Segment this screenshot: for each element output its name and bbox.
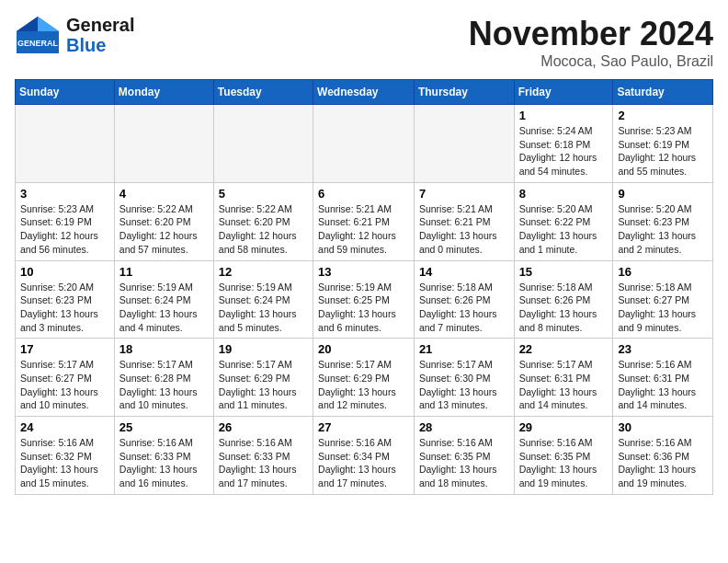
day-info: Sunrise: 5:16 AMSunset: 6:34 PMDaylight:… bbox=[318, 436, 409, 490]
day-info: Sunrise: 5:23 AMSunset: 6:19 PMDaylight:… bbox=[20, 202, 109, 257]
day-info: Sunrise: 5:16 AMSunset: 6:33 PMDaylight:… bbox=[119, 436, 209, 490]
weekday-header-monday: Monday bbox=[114, 80, 213, 105]
day-number: 10 bbox=[20, 265, 109, 279]
week-row-2: 3Sunrise: 5:23 AMSunset: 6:19 PMDaylight… bbox=[16, 182, 713, 260]
day-number: 29 bbox=[519, 420, 609, 434]
day-number: 1 bbox=[519, 109, 609, 122]
weekday-header-wednesday: Wednesday bbox=[313, 80, 415, 105]
calendar-cell bbox=[114, 105, 213, 183]
calendar-cell: 12Sunrise: 5:19 AMSunset: 6:24 PMDayligh… bbox=[213, 260, 313, 339]
calendar-cell: 15Sunrise: 5:18 AMSunset: 6:26 PMDayligh… bbox=[514, 260, 613, 339]
weekday-header-sunday: Sunday bbox=[16, 80, 115, 105]
weekday-header-thursday: Thursday bbox=[414, 80, 514, 105]
logo-icon: GENERAL bbox=[15, 15, 61, 55]
svg-marker-1 bbox=[38, 17, 59, 31]
day-info: Sunrise: 5:18 AMSunset: 6:26 PMDaylight:… bbox=[519, 281, 609, 335]
week-row-3: 10Sunrise: 5:20 AMSunset: 6:23 PMDayligh… bbox=[16, 260, 713, 339]
calendar-cell: 14Sunrise: 5:18 AMSunset: 6:26 PMDayligh… bbox=[414, 260, 514, 339]
day-number: 4 bbox=[119, 187, 209, 201]
day-info: Sunrise: 5:16 AMSunset: 6:31 PMDaylight:… bbox=[618, 358, 708, 412]
day-info: Sunrise: 5:21 AMSunset: 6:21 PMDaylight:… bbox=[318, 202, 409, 257]
day-number: 11 bbox=[119, 265, 209, 279]
calendar-cell: 24Sunrise: 5:16 AMSunset: 6:32 PMDayligh… bbox=[16, 417, 115, 495]
calendar-cell: 4Sunrise: 5:22 AMSunset: 6:20 PMDaylight… bbox=[114, 182, 213, 260]
day-number: 20 bbox=[318, 342, 409, 356]
calendar-cell: 10Sunrise: 5:20 AMSunset: 6:23 PMDayligh… bbox=[16, 260, 115, 339]
day-info: Sunrise: 5:22 AMSunset: 6:20 PMDaylight:… bbox=[219, 202, 308, 257]
calendar-cell: 2Sunrise: 5:23 AMSunset: 6:19 PMDaylight… bbox=[613, 105, 713, 183]
calendar-cell: 25Sunrise: 5:16 AMSunset: 6:33 PMDayligh… bbox=[114, 417, 213, 495]
month-title: November 2024 bbox=[469, 15, 713, 53]
day-number: 19 bbox=[219, 342, 308, 356]
day-number: 15 bbox=[519, 265, 609, 279]
day-number: 30 bbox=[618, 420, 708, 434]
calendar-cell: 3Sunrise: 5:23 AMSunset: 6:19 PMDaylight… bbox=[16, 182, 115, 260]
week-row-4: 17Sunrise: 5:17 AMSunset: 6:27 PMDayligh… bbox=[16, 339, 713, 417]
day-info: Sunrise: 5:18 AMSunset: 6:26 PMDaylight:… bbox=[419, 281, 509, 335]
day-number: 17 bbox=[20, 342, 109, 356]
calendar-cell: 5Sunrise: 5:22 AMSunset: 6:20 PMDaylight… bbox=[213, 182, 313, 260]
day-number: 16 bbox=[618, 265, 708, 279]
day-number: 24 bbox=[20, 420, 109, 434]
day-number: 23 bbox=[618, 342, 708, 356]
day-info: Sunrise: 5:19 AMSunset: 6:24 PMDaylight:… bbox=[119, 281, 209, 335]
calendar-cell: 28Sunrise: 5:16 AMSunset: 6:35 PMDayligh… bbox=[414, 417, 514, 495]
day-number: 21 bbox=[419, 342, 509, 356]
day-info: Sunrise: 5:17 AMSunset: 6:31 PMDaylight:… bbox=[519, 358, 609, 412]
calendar-cell: 8Sunrise: 5:20 AMSunset: 6:22 PMDaylight… bbox=[514, 182, 613, 260]
calendar-cell: 30Sunrise: 5:16 AMSunset: 6:36 PMDayligh… bbox=[613, 417, 713, 495]
logo-general: General bbox=[66, 15, 134, 35]
calendar-cell: 21Sunrise: 5:17 AMSunset: 6:30 PMDayligh… bbox=[414, 339, 514, 417]
day-info: Sunrise: 5:16 AMSunset: 6:32 PMDaylight:… bbox=[20, 436, 109, 490]
day-number: 26 bbox=[219, 420, 308, 434]
week-row-5: 24Sunrise: 5:16 AMSunset: 6:32 PMDayligh… bbox=[16, 417, 713, 495]
day-info: Sunrise: 5:16 AMSunset: 6:33 PMDaylight:… bbox=[219, 436, 308, 490]
logo-blue: Blue bbox=[66, 35, 134, 55]
logo: GENERAL General Blue bbox=[15, 15, 134, 55]
calendar-cell bbox=[213, 105, 313, 183]
day-info: Sunrise: 5:21 AMSunset: 6:21 PMDaylight:… bbox=[419, 202, 509, 257]
calendar-cell: 19Sunrise: 5:17 AMSunset: 6:29 PMDayligh… bbox=[213, 339, 313, 417]
calendar-cell: 26Sunrise: 5:16 AMSunset: 6:33 PMDayligh… bbox=[213, 417, 313, 495]
week-row-1: 1Sunrise: 5:24 AMSunset: 6:18 PMDaylight… bbox=[16, 105, 713, 183]
calendar-cell bbox=[414, 105, 514, 183]
svg-marker-2 bbox=[17, 17, 38, 31]
day-number: 13 bbox=[318, 265, 409, 279]
calendar-cell: 22Sunrise: 5:17 AMSunset: 6:31 PMDayligh… bbox=[514, 339, 613, 417]
day-info: Sunrise: 5:16 AMSunset: 6:35 PMDaylight:… bbox=[419, 436, 509, 490]
calendar-cell: 13Sunrise: 5:19 AMSunset: 6:25 PMDayligh… bbox=[313, 260, 415, 339]
calendar-cell: 29Sunrise: 5:16 AMSunset: 6:35 PMDayligh… bbox=[514, 417, 613, 495]
day-info: Sunrise: 5:24 AMSunset: 6:18 PMDaylight:… bbox=[519, 124, 609, 178]
day-number: 3 bbox=[20, 187, 109, 201]
calendar-cell: 23Sunrise: 5:16 AMSunset: 6:31 PMDayligh… bbox=[613, 339, 713, 417]
weekday-header-tuesday: Tuesday bbox=[213, 80, 313, 105]
calendar-cell bbox=[313, 105, 415, 183]
calendar-cell: 18Sunrise: 5:17 AMSunset: 6:28 PMDayligh… bbox=[114, 339, 213, 417]
day-info: Sunrise: 5:22 AMSunset: 6:20 PMDaylight:… bbox=[119, 202, 209, 257]
day-number: 28 bbox=[419, 420, 509, 434]
header: GENERAL General Blue November 2024 Mococ… bbox=[15, 15, 713, 70]
day-number: 5 bbox=[219, 187, 308, 201]
day-info: Sunrise: 5:20 AMSunset: 6:23 PMDaylight:… bbox=[618, 202, 708, 257]
calendar-cell: 1Sunrise: 5:24 AMSunset: 6:18 PMDaylight… bbox=[514, 105, 613, 183]
day-number: 27 bbox=[318, 420, 409, 434]
day-info: Sunrise: 5:16 AMSunset: 6:36 PMDaylight:… bbox=[618, 436, 708, 490]
logo-text: General Blue bbox=[66, 15, 134, 55]
weekday-header-row: SundayMondayTuesdayWednesdayThursdayFrid… bbox=[16, 80, 713, 105]
day-number: 8 bbox=[519, 187, 609, 201]
day-info: Sunrise: 5:17 AMSunset: 6:28 PMDaylight:… bbox=[119, 358, 209, 412]
day-number: 18 bbox=[119, 342, 209, 356]
calendar-cell: 9Sunrise: 5:20 AMSunset: 6:23 PMDaylight… bbox=[613, 182, 713, 260]
day-number: 6 bbox=[318, 187, 409, 201]
title-area: November 2024 Mococa, Sao Paulo, Brazil bbox=[469, 15, 713, 70]
location: Mococa, Sao Paulo, Brazil bbox=[469, 53, 713, 70]
weekday-header-friday: Friday bbox=[514, 80, 613, 105]
day-number: 14 bbox=[419, 265, 509, 279]
day-info: Sunrise: 5:17 AMSunset: 6:29 PMDaylight:… bbox=[318, 358, 409, 412]
day-info: Sunrise: 5:19 AMSunset: 6:24 PMDaylight:… bbox=[219, 281, 308, 335]
calendar-cell: 20Sunrise: 5:17 AMSunset: 6:29 PMDayligh… bbox=[313, 339, 415, 417]
day-number: 9 bbox=[618, 187, 708, 201]
day-info: Sunrise: 5:17 AMSunset: 6:27 PMDaylight:… bbox=[20, 358, 109, 412]
day-number: 12 bbox=[219, 265, 308, 279]
calendar-cell: 27Sunrise: 5:16 AMSunset: 6:34 PMDayligh… bbox=[313, 417, 415, 495]
